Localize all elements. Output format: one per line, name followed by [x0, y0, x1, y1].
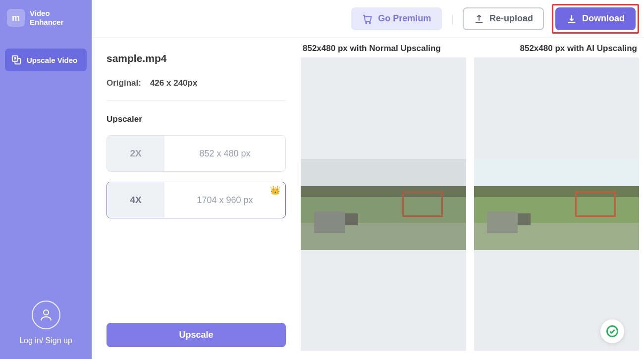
resolution-label: 1704 x 960 px — [164, 182, 285, 218]
header: Go Premium | Re-upload Download — [92, 0, 644, 38]
file-name: sample.mp4 — [107, 52, 286, 64]
cart-icon — [362, 13, 373, 24]
confirm-fab[interactable] — [600, 319, 624, 343]
preview-area: 852x480 px with Normal Upscaling 852x480… — [301, 38, 644, 359]
reupload-button[interactable]: Re-upload — [463, 7, 544, 30]
login-link[interactable]: Log in/ Sign up — [19, 336, 72, 345]
avatar-icon — [32, 301, 60, 329]
app-name-line2: Enhancer — [30, 18, 63, 27]
logo-icon: m — [7, 9, 25, 27]
preview-normal-box — [301, 57, 466, 351]
login-area[interactable]: Log in/ Sign up — [5, 301, 87, 349]
upscale-button[interactable]: Upscale — [107, 323, 286, 347]
upload-icon — [474, 13, 484, 24]
original-label: Original: — [107, 78, 141, 88]
premium-label: Go Premium — [378, 13, 431, 24]
main: Go Premium | Re-upload Download sample.m… — [92, 0, 644, 359]
preview-ai-label: 852x480 px with AI Upscaling — [518, 44, 639, 57]
download-label: Download — [582, 13, 625, 24]
preview-normal-label: 852x480 px with Normal Upscaling — [301, 44, 443, 57]
upscale-option-4x[interactable]: 4X 1704 x 960 px 👑 — [107, 182, 286, 218]
sidebar: m Video Enhancer Upscale Video Log in/ S… — [0, 0, 92, 359]
upscale-icon — [11, 54, 22, 65]
app-name-line1: Video — [30, 9, 63, 18]
preview-ai: 852x480 px with AI Upscaling — [474, 44, 640, 359]
divider — [107, 100, 286, 101]
svg-point-2 — [366, 22, 367, 23]
reupload-label: Re-upload — [489, 13, 533, 24]
download-button[interactable]: Download — [555, 7, 636, 30]
preview-normal-image — [301, 159, 466, 250]
preview-ai-box — [474, 57, 640, 351]
settings-panel: sample.mp4 Original: 426 x 240px Upscale… — [92, 38, 301, 359]
app-logo[interactable]: m Video Enhancer — [5, 7, 87, 29]
upscale-option-2x[interactable]: 2X 852 x 480 px — [107, 135, 286, 172]
upscaler-label: Upscaler — [107, 114, 286, 124]
svg-point-3 — [370, 22, 371, 23]
svg-point-1 — [44, 310, 49, 315]
original-value: 426 x 240px — [150, 78, 197, 88]
preview-ai-image — [474, 159, 640, 250]
sidebar-item-label: Upscale Video — [27, 56, 77, 64]
app-name: Video Enhancer — [30, 9, 63, 27]
multiplier-label: 4X — [107, 182, 164, 218]
divider: | — [451, 12, 454, 25]
go-premium-button[interactable]: Go Premium — [351, 7, 442, 30]
premium-icon: 👑 — [270, 185, 280, 196]
download-highlight: Download — [552, 4, 639, 34]
check-icon — [605, 324, 619, 338]
original-size-row: Original: 426 x 240px — [107, 78, 286, 88]
multiplier-label: 2X — [107, 136, 164, 171]
preview-normal: 852x480 px with Normal Upscaling — [301, 44, 466, 359]
resolution-label: 852 x 480 px — [164, 136, 285, 171]
download-icon — [566, 13, 577, 24]
content: sample.mp4 Original: 426 x 240px Upscale… — [92, 38, 644, 359]
sidebar-item-upscale-video[interactable]: Upscale Video — [5, 49, 87, 71]
